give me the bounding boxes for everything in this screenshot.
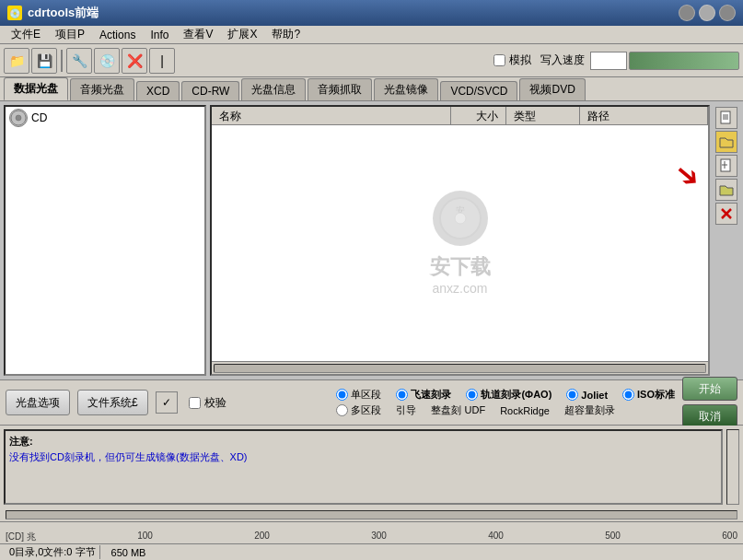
simulate-section: 模拟 [493, 52, 531, 68]
toolbar-open-btn[interactable]: 📁 [4, 48, 29, 74]
tab-audio-disc[interactable]: 音频光盘 [70, 78, 134, 100]
overburn-label: 超容量刻录 [564, 403, 615, 417]
track-at-once-radio[interactable] [466, 389, 478, 401]
side-btn-open-folder[interactable] [715, 131, 737, 153]
side-btn-new-file[interactable] [715, 107, 737, 129]
ruler-mark-1: 100 [137, 531, 153, 543]
close-button[interactable] [719, 5, 736, 21]
dao-option: 整盘刻 UDF [431, 403, 485, 417]
side-btn-new[interactable] [715, 155, 737, 177]
rockridge-label: RockRidge [500, 405, 550, 416]
tab-cd-rw[interactable]: CD-RW [181, 81, 239, 100]
multi-sector: 多区段 [336, 403, 381, 417]
file-list-panel: 名称 大小 类型 路径 安 安下载 anxz.com [210, 105, 710, 376]
toolbar-extra-btn[interactable]: | [149, 48, 175, 74]
verify-label[interactable]: 校验 [204, 395, 226, 411]
tab-video-dvd[interactable]: 视频DVD [519, 78, 585, 100]
iso-standard: ISO标准 [622, 388, 675, 402]
file-list-scrollbar[interactable] [212, 361, 708, 374]
file-tree-panel: CD [4, 105, 206, 376]
middle-section: CD 名称 大小 类型 路径 安 [0, 101, 743, 379]
iso-label[interactable]: ISO标准 [637, 388, 675, 402]
track-at-once-label[interactable]: 轨道刻录(ΦAO) [481, 388, 551, 402]
red-arrow-indicator: ➔ [668, 154, 708, 196]
write-speed-input[interactable] [590, 52, 627, 70]
tab-vcd-svcd[interactable]: VCD/SVCD [440, 81, 517, 100]
toolbar-cd-btn[interactable]: 💿 [94, 48, 120, 74]
content-area: CD 名称 大小 类型 路径 安 [0, 101, 743, 560]
minimize-button[interactable] [679, 5, 695, 21]
menu-view[interactable]: 查看V [176, 25, 220, 44]
tree-cd-label: CD [31, 111, 47, 124]
watermark-text1: 安下载 [430, 253, 491, 281]
tab-disc-image[interactable]: 光盘镜像 [374, 78, 438, 100]
ruler-mark-4: 400 [488, 531, 504, 543]
joliet-option: Joliet [566, 388, 608, 402]
menu-project[interactable]: 项目P [48, 25, 92, 44]
verify-section: 校验 [189, 395, 226, 411]
single-sector-label[interactable]: 单区段 [351, 388, 381, 402]
col-path: 路径 [580, 107, 708, 124]
multi-sector-label[interactable]: 多区段 [351, 403, 381, 417]
menu-extend[interactable]: 扩展X [220, 25, 264, 44]
tab-bar: 数据光盘 音频光盘 XCD CD-RW 光盘信息 音频抓取 光盘镜像 VCD/S… [0, 77, 743, 101]
options-bar: 光盘选项 文件系统£ ✓ 校验 单区段 飞速刻录 轨道刻录(ΦAO) [0, 379, 743, 426]
guide-option: 引导 [396, 403, 416, 417]
ruler-mark-5: 500 [605, 531, 621, 543]
tree-item-cd[interactable]: CD [6, 107, 204, 129]
lower-section: 注意: 没有找到CD刻录机，但仍可生成镜像(数据光盘、XD) [0, 426, 743, 508]
iso-radio[interactable] [622, 389, 634, 401]
options-row1: 单区段 飞速刻录 轨道刻录(ΦAO) Joliet ISO标准 [336, 388, 675, 402]
col-name: 名称 [212, 107, 451, 124]
side-btn-folder2[interactable] [715, 179, 737, 201]
fly-speed-radio[interactable] [396, 389, 408, 401]
burn-options: 单区段 飞速刻录 轨道刻录(ΦAO) Joliet ISO标准 [336, 388, 675, 417]
simulate-label[interactable]: 模拟 [509, 52, 531, 68]
progress-track [6, 510, 737, 519]
status-size: 650 MB [108, 547, 150, 558]
write-speed-label: 写入速度 [540, 52, 585, 68]
toolbar: 📁 💾 🔧 💿 ❌ | 模拟 写入速度 [0, 44, 743, 77]
menu-bar: 文件E 项目P Actions Info 查看V 扩展X 帮助? [0, 26, 743, 44]
app-icon: 💿 [7, 6, 22, 20]
menu-file[interactable]: 文件E [4, 25, 48, 44]
watermark: 安 安下载 anxz.com [430, 191, 491, 296]
tab-audio-extract[interactable]: 音频抓取 [308, 78, 372, 100]
simulate-checkbox[interactable] [493, 54, 505, 66]
multi-sector-radio[interactable] [336, 404, 348, 416]
log-scrollbar-v[interactable] [726, 429, 739, 505]
verify-checkbox[interactable] [189, 397, 201, 409]
filesystem-button[interactable]: 文件系统£ [77, 390, 148, 415]
overburn-option: 超容量刻录 [564, 403, 615, 417]
joliet-label[interactable]: Joliet [581, 390, 608, 401]
tab-disc-info[interactable]: 光盘信息 [241, 78, 306, 100]
file-list-header: 名称 大小 类型 路径 [212, 107, 708, 125]
single-sector: 单区段 [336, 388, 381, 402]
menu-actions[interactable]: Actions [92, 27, 143, 43]
menu-help[interactable]: 帮助? [264, 25, 308, 44]
toolbar-settings-btn[interactable]: 🔧 [66, 48, 92, 74]
side-btn-delete[interactable] [715, 203, 737, 225]
single-sector-radio[interactable] [336, 389, 348, 401]
icon-button[interactable]: ✓ [156, 391, 178, 414]
fly-speed-label[interactable]: 飞速刻录 [411, 388, 451, 402]
start-button[interactable]: 开始 [682, 377, 737, 401]
disc-options-button[interactable]: 光盘选项 [6, 390, 70, 415]
toolbar-save-btn[interactable]: 💾 [31, 48, 57, 74]
maximize-button[interactable] [699, 5, 715, 21]
track-at-once: 轨道刻录(ΦAO) [466, 388, 551, 402]
tab-data-disc[interactable]: 数据光盘 [4, 77, 68, 100]
write-speed-bar [629, 52, 739, 70]
watermark-text2: anxz.com [430, 281, 491, 296]
window-title: cdrtools前端 [28, 5, 679, 21]
tab-xcd[interactable]: XCD [136, 81, 180, 100]
watermark-icon: 安 [433, 191, 488, 246]
svg-point-1 [16, 115, 21, 121]
col-type: 类型 [506, 107, 580, 124]
menu-info[interactable]: Info [143, 27, 176, 43]
title-buttons [679, 5, 736, 21]
joliet-radio[interactable] [566, 389, 578, 401]
toolbar-close-btn[interactable]: ❌ [122, 48, 147, 74]
action-buttons: 开始 取消 [682, 377, 737, 428]
ruler-bar: [CD] 兆 100 200 300 400 500 600 [0, 521, 743, 543]
